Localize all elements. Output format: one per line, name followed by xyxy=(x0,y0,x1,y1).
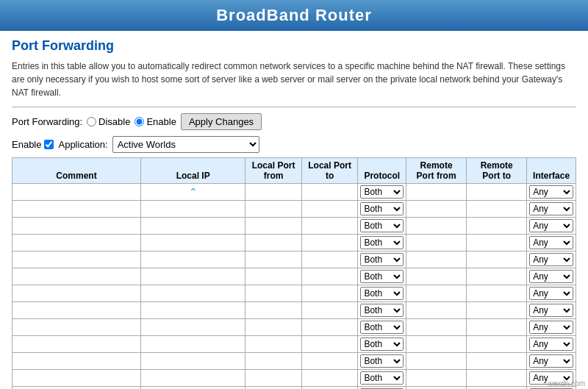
input-rpto[interactable] xyxy=(469,288,524,299)
input-localip[interactable] xyxy=(143,356,243,366)
input-rpto[interactable] xyxy=(469,238,524,248)
select-protocol[interactable]: BothTCPUDP xyxy=(360,338,404,351)
input-rpfrom[interactable] xyxy=(409,322,464,332)
input-lpfrom[interactable] xyxy=(248,339,299,349)
select-protocol[interactable]: BothTCPUDP xyxy=(360,270,404,283)
input-rpfrom[interactable] xyxy=(409,238,464,248)
input-rpfrom[interactable] xyxy=(409,204,464,214)
input-lpfrom[interactable] xyxy=(248,204,299,214)
input-comment[interactable] xyxy=(15,271,138,282)
select-protocol[interactable]: BothTCPUDP xyxy=(360,185,404,199)
input-localip[interactable] xyxy=(143,204,243,214)
enable-checkbox[interactable] xyxy=(44,140,54,149)
input-comment[interactable] xyxy=(15,356,138,366)
input-lpto[interactable] xyxy=(304,271,356,282)
select-protocol[interactable]: BothTCPUDP xyxy=(360,219,404,232)
input-localip[interactable] xyxy=(143,373,243,383)
input-lpto[interactable] xyxy=(304,339,356,349)
input-rpto[interactable] xyxy=(469,373,524,383)
input-comment[interactable] xyxy=(15,204,138,214)
input-rpto[interactable] xyxy=(469,271,524,282)
input-comment[interactable] xyxy=(15,305,138,315)
select-interface[interactable]: AnyWANLAN xyxy=(529,338,573,351)
input-rpto[interactable] xyxy=(469,322,524,332)
input-comment[interactable] xyxy=(15,254,138,265)
input-comment[interactable] xyxy=(15,322,138,332)
enable-radio[interactable] xyxy=(135,117,144,126)
application-select[interactable]: Active Worlds FTP HTTP HTTPS Custom xyxy=(112,136,259,153)
select-interface[interactable]: AnyWANLAN xyxy=(529,202,573,215)
input-rpfrom[interactable] xyxy=(409,373,464,383)
input-localip[interactable] xyxy=(143,322,243,332)
input-comment[interactable] xyxy=(15,221,138,231)
input-lpfrom[interactable] xyxy=(248,288,299,299)
input-localip[interactable] xyxy=(143,221,243,231)
input-lpto[interactable] xyxy=(304,373,356,383)
input-rpfrom[interactable] xyxy=(409,271,464,282)
input-rpto[interactable] xyxy=(469,254,524,265)
input-comment[interactable] xyxy=(15,373,138,383)
select-interface[interactable]: AnyWANLAN xyxy=(529,304,573,317)
select-interface[interactable]: AnyWANLAN xyxy=(529,253,573,266)
select-protocol[interactable]: BothTCPUDP xyxy=(360,321,404,334)
input-comment[interactable] xyxy=(15,339,138,349)
input-rpfrom[interactable] xyxy=(409,187,464,197)
disable-radio[interactable] xyxy=(87,117,96,126)
select-interface[interactable]: AnyWANLAN xyxy=(529,185,573,199)
input-lpfrom[interactable] xyxy=(248,271,299,282)
input-lpto[interactable] xyxy=(304,356,356,366)
input-localip[interactable] xyxy=(143,271,243,282)
select-protocol[interactable]: BothTCPUDP xyxy=(360,371,404,385)
input-localip[interactable] xyxy=(143,238,243,248)
input-localip[interactable] xyxy=(143,339,243,349)
input-lpto[interactable] xyxy=(304,288,356,299)
select-interface[interactable]: AnyWANLAN xyxy=(529,354,573,368)
input-rpfrom[interactable] xyxy=(409,221,464,231)
input-lpto[interactable] xyxy=(304,305,356,315)
input-comment[interactable] xyxy=(15,187,138,197)
input-lpto[interactable] xyxy=(304,254,356,265)
select-protocol[interactable]: BothTCPUDP xyxy=(360,304,404,317)
input-rpfrom[interactable] xyxy=(409,339,464,349)
select-interface[interactable]: AnyWANLAN xyxy=(529,219,573,232)
input-lpfrom[interactable] xyxy=(248,221,299,231)
input-rpto[interactable] xyxy=(469,305,524,315)
select-protocol[interactable]: BothTCPUDP xyxy=(360,287,404,300)
select-protocol[interactable]: BothTCPUDP xyxy=(360,253,404,266)
select-protocol[interactable]: BothTCPUDP xyxy=(360,236,404,249)
select-interface[interactable]: AnyWANLAN xyxy=(529,270,573,283)
input-lpfrom[interactable] xyxy=(248,305,299,315)
enable-checkbox-label[interactable]: Enable xyxy=(12,139,54,150)
input-lpto[interactable] xyxy=(304,221,356,231)
input-lpto[interactable] xyxy=(304,322,356,332)
input-rpfrom[interactable] xyxy=(409,288,464,299)
select-interface[interactable]: AnyWANLAN xyxy=(529,236,573,249)
disable-label[interactable]: Disable xyxy=(87,116,130,127)
input-lpfrom[interactable] xyxy=(248,373,299,383)
input-lpto[interactable] xyxy=(304,187,356,197)
input-lpto[interactable] xyxy=(304,204,356,214)
enable-label[interactable]: Enable xyxy=(135,116,176,127)
input-comment[interactable] xyxy=(15,288,138,299)
input-rpto[interactable] xyxy=(469,204,524,214)
input-comment[interactable] xyxy=(15,238,138,248)
input-lpfrom[interactable] xyxy=(248,187,299,197)
input-rpto[interactable] xyxy=(469,187,524,197)
input-lpfrom[interactable] xyxy=(248,322,299,332)
input-rpto[interactable] xyxy=(469,339,524,349)
apply-changes-button[interactable]: Apply Changes xyxy=(181,113,262,130)
select-protocol[interactable]: BothTCPUDP xyxy=(360,202,404,215)
input-rpfrom[interactable] xyxy=(409,254,464,265)
input-rpfrom[interactable] xyxy=(409,305,464,315)
input-localip[interactable] xyxy=(143,305,243,315)
input-lpfrom[interactable] xyxy=(248,238,299,248)
input-localip[interactable] xyxy=(143,254,243,265)
input-localip[interactable] xyxy=(143,288,243,299)
input-lpfrom[interactable] xyxy=(248,356,299,366)
select-interface[interactable]: AnyWANLAN xyxy=(529,287,573,300)
input-rpfrom[interactable] xyxy=(409,356,464,366)
input-rpto[interactable] xyxy=(469,356,524,366)
select-protocol[interactable]: BothTCPUDP xyxy=(360,354,404,368)
input-rpto[interactable] xyxy=(469,221,524,231)
input-lpfrom[interactable] xyxy=(248,254,299,265)
